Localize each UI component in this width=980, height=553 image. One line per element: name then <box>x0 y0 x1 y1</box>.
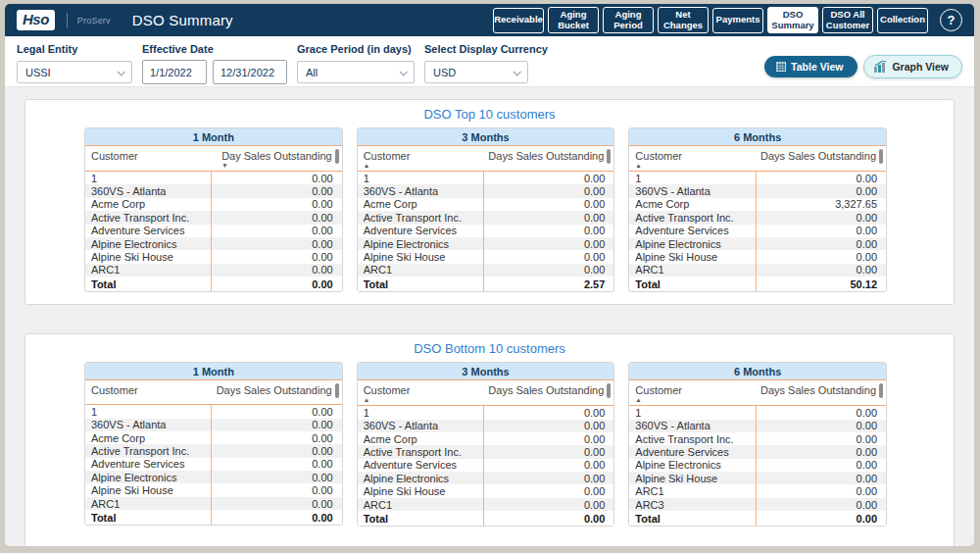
help-icon[interactable]: ? <box>940 9 962 31</box>
column-header-dso-label: Days Sales Outstanding <box>488 150 604 162</box>
customer-cell: Acme Corp <box>85 198 211 211</box>
table-row[interactable]: 10.00 <box>358 406 614 419</box>
column-header-dso[interactable]: Day Sales Outstanding▼ <box>209 150 331 170</box>
table-row[interactable]: Alpine Ski House0.00 <box>629 250 886 263</box>
table-row[interactable]: Adventure Services0.00 <box>358 225 614 237</box>
graph-view-button[interactable]: Graph View <box>863 55 962 78</box>
column-header-customer[interactable]: Customer▲ <box>635 150 753 170</box>
nav-button-payments[interactable]: Payments <box>712 8 763 33</box>
column-header-customer[interactable]: Customer▲ <box>364 384 481 404</box>
table-row[interactable]: 10.00 <box>629 406 886 419</box>
table-row[interactable]: 360VS - Atlanta0.00 <box>358 184 614 197</box>
nav-button-collection[interactable]: Collection <box>877 8 928 33</box>
table-row[interactable]: ARC10.00 <box>85 264 342 276</box>
nav-button-net-changes[interactable]: Net Changes <box>658 7 709 33</box>
table-row[interactable]: ARC10.00 <box>85 497 342 510</box>
column-header-customer[interactable]: Customer <box>91 150 209 162</box>
table-row[interactable]: 10.00 <box>629 172 886 184</box>
table-row[interactable]: 360VS - Atlanta0.00 <box>629 420 886 432</box>
table-row[interactable]: 10.00 <box>85 405 342 418</box>
table-row[interactable]: Active Transport Inc.0.00 <box>358 211 614 224</box>
table-view-button[interactable]: Table View <box>764 56 858 77</box>
table-row[interactable]: ARC10.00 <box>629 484 886 497</box>
table-row[interactable]: Alpine Ski House0.00 <box>85 483 342 496</box>
table-row[interactable]: Acme Corp0.00 <box>358 198 614 211</box>
filter-bar: Legal Entity USSI Effective Date Grace P… <box>5 36 974 87</box>
table-row[interactable]: Alpine Electronics0.00 <box>358 237 614 250</box>
table-row[interactable]: Alpine Ski House0.00 <box>358 484 614 497</box>
table-row[interactable]: ARC10.00 <box>629 264 886 276</box>
table-row[interactable]: Adventure Services0.00 <box>85 225 342 237</box>
table-row[interactable]: 360VS - Atlanta0.00 <box>358 420 614 432</box>
nav-button-dso-all-customer[interactable]: DSO All Customer <box>822 7 873 33</box>
dso-value-cell: 0.00 <box>756 459 886 472</box>
nav-button-aging-bucket[interactable]: Aging Bucket <box>548 7 599 33</box>
grace-period-value: All <box>306 67 318 78</box>
dso-value-cell: 0.00 <box>756 211 886 224</box>
table-row[interactable]: Active Transport Inc.0.00 <box>85 444 342 457</box>
nav-button-dso-summary[interactable]: DSO Summary <box>767 7 818 33</box>
table-row[interactable]: 10.00 <box>85 172 342 184</box>
table-row[interactable]: Alpine Ski House0.00 <box>629 472 886 484</box>
table-row[interactable]: Alpine Electronics0.00 <box>85 471 342 483</box>
dso-value-cell: 0.00 <box>211 497 341 510</box>
column-header-customer[interactable]: Customer <box>91 384 209 396</box>
table-scrollbar[interactable] <box>335 149 339 164</box>
customer-cell: Active Transport Inc. <box>358 445 483 458</box>
display-currency-select[interactable]: USD <box>424 61 528 83</box>
table-row[interactable]: Acme Corp0.00 <box>85 198 342 211</box>
dso-value-cell: 0.00 <box>756 225 886 237</box>
table-row[interactable]: Acme Corp0.00 <box>358 432 614 445</box>
customer-cell: Alpine Electronics <box>358 472 483 484</box>
column-header-dso[interactable]: Days Sales Outstanding <box>209 384 331 396</box>
table-row[interactable]: Alpine Electronics0.00 <box>629 237 886 250</box>
customer-cell: Active Transport Inc. <box>629 432 755 445</box>
table-total-row: Total0.00 <box>358 511 614 526</box>
column-header-dso[interactable]: Days Sales Outstanding <box>481 384 604 396</box>
table-row[interactable]: Alpine Electronics0.00 <box>85 237 342 250</box>
table-row[interactable]: Alpine Ski House0.00 <box>85 250 342 263</box>
dso-value-cell: 0.00 <box>756 432 886 445</box>
table-scrollbar[interactable] <box>879 383 883 398</box>
effective-date-to-input[interactable] <box>213 60 287 84</box>
table-scrollbar[interactable] <box>335 383 339 398</box>
table-row[interactable]: Alpine Electronics0.00 <box>629 459 886 472</box>
table-row[interactable]: 360VS - Atlanta0.00 <box>85 184 342 197</box>
nav-button-receivable[interactable]: Receivable <box>493 8 544 33</box>
table-row[interactable]: Active Transport Inc.0.00 <box>85 211 342 224</box>
customer-cell: ARC3 <box>629 498 755 511</box>
table-row[interactable]: Acme Corp3,327.65 <box>629 198 886 211</box>
table-row[interactable]: Adventure Services0.00 <box>629 225 886 237</box>
table-row[interactable]: ARC30.00 <box>629 498 886 511</box>
table-row[interactable]: Active Transport Inc.0.00 <box>358 445 614 458</box>
table-row[interactable]: Active Transport Inc.0.00 <box>629 432 886 445</box>
grace-period-select[interactable]: All <box>297 61 415 83</box>
table-row[interactable]: Acme Corp0.00 <box>85 431 342 444</box>
column-header-dso[interactable]: Days Sales Outstanding <box>754 384 876 396</box>
effective-date-from-input[interactable] <box>142 60 207 84</box>
column-header-customer[interactable]: Customer▲ <box>364 150 481 170</box>
grace-period-group: Grace Period (in days) All <box>297 43 415 83</box>
table-scrollbar[interactable] <box>879 149 883 164</box>
column-header-customer-label: Customer <box>635 150 682 162</box>
table-row[interactable]: Active Transport Inc.0.00 <box>629 211 886 224</box>
table-row[interactable]: 360VS - Atlanta0.00 <box>629 184 886 197</box>
table-row[interactable]: 10.00 <box>358 172 614 184</box>
table-row[interactable]: Adventure Services0.00 <box>85 458 342 471</box>
column-header-dso[interactable]: Days Sales Outstanding <box>754 150 876 162</box>
column-header-dso[interactable]: Days Sales Outstanding <box>481 150 604 162</box>
legal-entity-select[interactable]: USSI <box>17 61 132 83</box>
column-header-customer[interactable]: Customer▲ <box>635 384 753 404</box>
nav-button-aging-period[interactable]: Aging Period <box>603 7 654 33</box>
customer-cell: ARC1 <box>358 498 483 511</box>
table-row[interactable]: 360VS - Atlanta0.00 <box>85 419 342 431</box>
table-row[interactable]: ARC10.00 <box>358 498 614 511</box>
table-scrollbar[interactable] <box>607 149 611 164</box>
table-scrollbar[interactable] <box>607 383 611 398</box>
table-row[interactable]: Adventure Services0.00 <box>629 445 886 458</box>
table-row[interactable]: Adventure Services0.00 <box>358 459 614 472</box>
table-row[interactable]: Alpine Ski House0.00 <box>358 250 614 263</box>
table-row[interactable]: Alpine Electronics0.00 <box>358 472 614 484</box>
table-row[interactable]: ARC10.00 <box>358 264 614 276</box>
legal-entity-value: USSI <box>25 67 51 78</box>
